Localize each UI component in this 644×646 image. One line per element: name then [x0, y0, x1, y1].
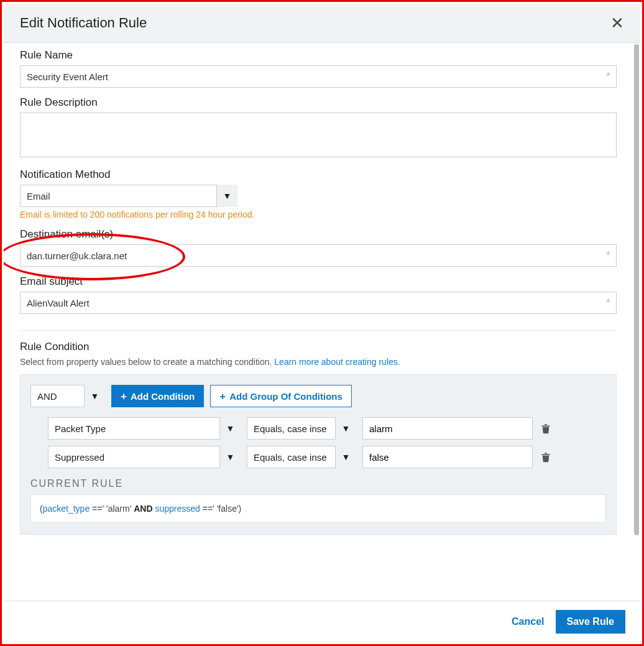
rule-token-bool: AND — [134, 504, 152, 514]
trash-icon — [540, 451, 551, 463]
condition-panel: ▼ + Add Condition + Add Group Of Conditi… — [20, 374, 617, 535]
rule-token-field: packet_type — [43, 504, 90, 514]
modal-body: Rule Name Rule Description Notification … — [4, 43, 633, 601]
destination-emails-input[interactable] — [20, 244, 617, 267]
notification-method-select[interactable] — [20, 185, 237, 207]
trash-icon — [540, 423, 551, 434]
condition-value-input[interactable] — [362, 417, 533, 440]
condition-value-input[interactable] — [362, 446, 533, 468]
email-subject-input[interactable] — [20, 292, 617, 314]
condition-toolbar: ▼ + Add Condition + Add Group Of Conditi… — [30, 385, 606, 407]
logic-select[interactable] — [30, 385, 105, 407]
rule-condition-label: Rule Condition — [20, 341, 617, 353]
scrollbar-thumb[interactable] — [634, 44, 639, 535]
rule-name-group: Rule Name — [20, 49, 617, 88]
modal-title: Edit Notification Rule — [20, 15, 147, 31]
current-rule-heading: CURRENT RULE — [30, 478, 606, 489]
condition-property-select[interactable] — [48, 417, 241, 440]
notification-method-label: Notification Method — [20, 168, 617, 181]
condition-rows: ▼ ▼ — [30, 417, 606, 468]
scrollbar[interactable] — [633, 43, 640, 601]
close-icon[interactable]: ✕ — [608, 12, 627, 34]
plus-icon: + — [121, 391, 127, 402]
notification-method-select-wrap: ▼ — [20, 185, 237, 207]
logic-select-wrap: ▼ — [30, 385, 105, 407]
condition-row: ▼ ▼ — [48, 417, 606, 440]
modal-header: Edit Notification Rule ✕ — [4, 4, 640, 43]
rule-token-value: 'alarm' — [106, 504, 131, 514]
add-condition-label: Add Condition — [131, 391, 195, 402]
rule-description-group: Rule Description — [20, 96, 617, 160]
rule-token-field: suppressed — [155, 504, 200, 514]
destination-emails-group: Destination email(s) — [20, 228, 617, 267]
current-rule-box: (packet_type ==' 'alarm' AND suppressed … — [30, 494, 606, 523]
edit-notification-rule-modal: Edit Notification Rule ✕ Rule Name Rule … — [4, 4, 640, 642]
rule-description-label: Rule Description — [20, 96, 617, 109]
save-rule-button[interactable]: Save Rule — [556, 610, 625, 634]
add-condition-button[interactable]: + Add Condition — [111, 385, 204, 407]
delete-condition-button[interactable] — [539, 450, 553, 464]
notification-method-group: Notification Method ▼ Email is limited t… — [20, 168, 617, 219]
condition-operator-select[interactable] — [247, 417, 356, 440]
condition-operator-select[interactable] — [247, 446, 356, 468]
rule-condition-section: Rule Condition Select from property valu… — [20, 341, 617, 535]
email-subject-label: Email subject — [20, 275, 617, 288]
rule-name-label: Rule Name — [20, 49, 617, 62]
condition-property-select[interactable] — [48, 446, 241, 468]
rule-condition-subtext: Select from property values below to cre… — [20, 357, 617, 367]
rule-name-input[interactable] — [20, 65, 617, 88]
condition-row: ▼ ▼ — [48, 446, 606, 468]
delete-condition-button[interactable] — [539, 422, 553, 435]
add-group-label: Add Group Of Conditions — [229, 391, 343, 402]
add-group-button[interactable]: + Add Group Of Conditions — [210, 385, 352, 407]
rule-token-value: 'false' — [217, 504, 239, 514]
learn-more-link[interactable]: Learn more about creating rules. — [274, 357, 400, 367]
plus-icon: + — [219, 391, 226, 402]
section-divider — [20, 330, 617, 331]
email-subject-group: Email subject — [20, 275, 617, 314]
modal-footer: Cancel Save Rule — [4, 601, 640, 642]
rule-description-input[interactable] — [20, 113, 617, 157]
cancel-button[interactable]: Cancel — [512, 616, 544, 627]
notification-method-helper: Email is limited to 200 notifications pe… — [20, 210, 617, 219]
rule-condition-subtext-text: Select from property values below to cre… — [20, 357, 274, 367]
destination-emails-label: Destination email(s) — [20, 228, 617, 241]
